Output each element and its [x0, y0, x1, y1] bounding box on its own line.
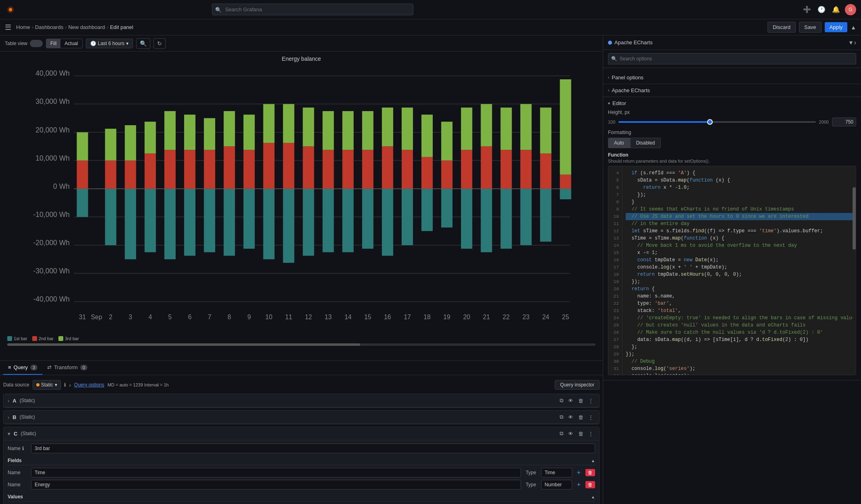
add-button[interactable]: ➕ [801, 4, 813, 15]
legend-item-3rd: 3rd bar [58, 336, 79, 341]
clock-button[interactable]: 🕐 [816, 4, 827, 15]
query-a-hide-button[interactable]: 👁 [566, 397, 575, 405]
apache-echarts-header[interactable]: › Apache ECharts [603, 84, 861, 97]
editor-arrow: ▾ [608, 101, 610, 105]
svg-rect-47 [243, 115, 255, 150]
fields-collapse-button[interactable]: ▲ [591, 457, 595, 463]
svg-rect-59 [323, 111, 334, 150]
code-content: if (s.refId === 'A') { sData = sData.map… [622, 166, 856, 375]
svg-text:31: 31 [79, 314, 86, 320]
query-b-type: (Static) [20, 414, 35, 420]
svg-rect-37 [184, 150, 195, 188]
svg-text:6: 6 [188, 314, 192, 320]
chart-scrollbar[interactable] [7, 343, 595, 346]
svg-rect-84 [500, 189, 512, 249]
format-auto-button[interactable]: Auto [608, 138, 630, 148]
field-del-button-2[interactable]: 🗑 [585, 481, 595, 488]
options-list: › Panel options › Apache ECharts ▾ Edito… [603, 68, 861, 504]
tab-transform[interactable]: ⇄ Transform 0 [42, 361, 92, 375]
code-scrollbar[interactable] [853, 166, 856, 375]
values-collapse-button[interactable]: ▲ [591, 494, 595, 500]
breadcrumb-new-dashboard[interactable]: New dashboard [68, 24, 105, 30]
panel-options-header[interactable]: › Panel options [603, 71, 861, 84]
field-add-button-2[interactable]: + [575, 480, 582, 489]
options-search-input[interactable] [608, 53, 856, 64]
collapse-button[interactable]: ▲ [851, 24, 856, 31]
search-input[interactable] [212, 4, 413, 15]
code-scrollbar-thumb[interactable] [853, 187, 856, 250]
svg-rect-62 [342, 111, 354, 150]
datasource-info-button[interactable]: ℹ [64, 382, 66, 388]
svg-text:12: 12 [305, 314, 312, 320]
fill-button[interactable]: Fill [46, 39, 60, 48]
svg-rect-27 [125, 189, 136, 259]
datasource-select[interactable]: Static ▾ [33, 380, 61, 390]
tab-query[interactable]: ≡ Query 3 [3, 361, 42, 375]
avatar[interactable]: G [845, 4, 856, 15]
name-info-button[interactable]: ℹ [22, 446, 24, 451]
time-range-picker[interactable]: 🕐 Last 6 hours ▾ [86, 39, 133, 48]
slider-min-label: 100 [608, 120, 615, 124]
query-options-link[interactable]: Query options [74, 382, 104, 388]
field-add-button-1[interactable]: + [575, 468, 582, 477]
viz-expand-button[interactable]: › [854, 39, 856, 46]
options-search-icon: 🔍 [611, 56, 617, 62]
apply-button[interactable]: Apply [825, 22, 848, 32]
tab-transform-badge: 0 [80, 365, 87, 370]
query-b-delete-button[interactable]: 🗑 [577, 413, 585, 421]
code-line-17: console.log(x + ' ' + tmpDate); [626, 264, 853, 271]
table-view-switch[interactable] [30, 40, 43, 47]
query-a-delete-button[interactable]: 🗑 [577, 397, 585, 405]
actual-button[interactable]: Actual [60, 39, 82, 48]
svg-text:24: 24 [542, 314, 550, 320]
query-c-more-button[interactable]: ⋮ [587, 430, 595, 438]
query-c-hide-button[interactable]: 👁 [566, 430, 575, 438]
svg-text:20: 20 [463, 314, 470, 320]
query-b-hide-button[interactable]: 👁 [566, 413, 575, 421]
refresh-button[interactable]: ↻ [154, 38, 166, 49]
svg-rect-60 [342, 189, 354, 252]
slider-thumb[interactable] [707, 119, 713, 125]
query-c-delete-button[interactable]: 🗑 [577, 430, 585, 438]
code-line-12: let sTime = s.fields.find((f) => f.type … [626, 227, 853, 235]
height-slider[interactable] [618, 121, 815, 123]
height-value-input[interactable] [832, 118, 856, 126]
datasource-label: Data source [3, 382, 29, 388]
tab-transform-label: Transform [54, 364, 78, 370]
editor-header[interactable]: ▾ Editor [603, 97, 861, 109]
svg-rect-87 [520, 189, 531, 245]
query-c-name-input[interactable] [31, 444, 595, 453]
query-b-copy-button[interactable]: ⧉ [558, 413, 565, 421]
function-label: Function [608, 152, 856, 158]
options-search: 🔍 [603, 50, 861, 68]
breadcrumb-home[interactable]: Home [16, 24, 30, 30]
query-c-actions: ⧉ 👁 🗑 ⋮ [558, 430, 595, 438]
table-view-label: Table view [5, 41, 27, 46]
code-editor[interactable]: 45678 910111213 1415161718 1920212223 24… [608, 166, 856, 375]
notification-button[interactable]: 🔔 [830, 4, 842, 15]
breadcrumb-dashboards[interactable]: Dashboards [35, 24, 63, 30]
query-a-more-button[interactable]: ⋮ [587, 397, 595, 405]
query-item-a: › A (Static) ⧉ 👁 🗑 ⋮ [3, 394, 600, 408]
discard-button[interactable]: Discard [768, 22, 796, 33]
query-c-copy-button[interactable]: ⧉ [558, 430, 565, 438]
query-c-name-row: Name ℹ [8, 444, 595, 453]
query-inspector-button[interactable]: Query inspector [555, 380, 600, 390]
zoom-out-button[interactable]: 🔍 [136, 38, 150, 49]
query-a-copy-button[interactable]: ⧉ [558, 397, 565, 405]
chart-scrollbar-thumb[interactable] [7, 343, 360, 346]
save-button[interactable]: Save [799, 22, 822, 33]
field-type-select-2[interactable]: Time Number String [541, 480, 572, 490]
svg-text:-20,000 Wh: -20,000 Wh [33, 239, 70, 247]
viz-collapse-button[interactable]: ▾ [849, 39, 853, 46]
field-name-input-2[interactable] [31, 480, 521, 490]
field-type-select-1[interactable]: Time Number String [541, 468, 572, 477]
hamburger-menu[interactable]: ☰ [5, 23, 11, 32]
svg-rect-48 [263, 189, 274, 259]
svg-rect-66 [382, 189, 393, 256]
query-b-more-button[interactable]: ⋮ [587, 413, 595, 421]
field-name-input-1[interactable] [31, 468, 521, 477]
field-del-button-1[interactable]: 🗑 [585, 469, 595, 476]
format-disabled-button[interactable]: Disabled [630, 138, 661, 148]
svg-rect-85 [500, 150, 512, 188]
